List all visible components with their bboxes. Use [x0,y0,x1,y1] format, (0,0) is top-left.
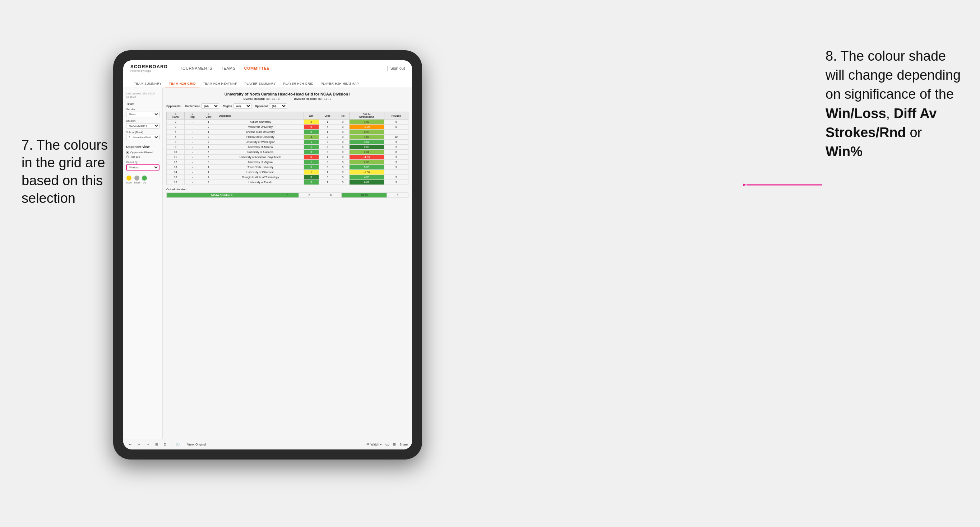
sub-nav: TEAM SUMMARY TEAM H2H GRID TEAM H2H HEAT… [123,76,412,88]
school-select[interactable]: 1. University of Nort... [126,135,159,140]
conference-filter-select[interactable]: (All) [201,103,219,109]
opponents-filter-label: Opponents: [166,105,181,108]
cell-loss: 1 [319,180,336,185]
cell-tie: 0 [336,160,350,165]
table-row: 3 2 Vanderbilt University 0 4 0 -2.29 8 [167,125,409,130]
division-select[interactable]: NCAA Division I [126,123,159,129]
cell-loss: 0 [319,150,336,155]
table-header-row: #Rank #Reg #Conf Opponent Win Loss Tie D… [167,112,409,119]
cell-rounds: 9 [384,180,408,185]
annotation-right-bold3: Win% [826,144,862,159]
subnav-player-h2h-grid[interactable]: PLAYER H2H GRID [280,80,317,88]
nav-signout[interactable]: Sign out [390,66,405,70]
toolbar-paste[interactable]: ⊡ [162,442,168,447]
subnav-player-h2h-heatmap[interactable]: PLAYER H2H HEATMAP [317,80,363,88]
radio-dot-top100 [126,156,129,158]
toolbar-clock[interactable]: 🕐 [174,442,181,447]
cell-win: 1 [304,160,319,165]
out-division-tie: 0 [320,193,342,198]
nav-tournaments[interactable]: TOURNAMENTS [180,65,212,72]
toolbar-view[interactable]: View: Original [187,443,206,446]
cell-diff: 2.28 [349,130,384,135]
radio-label-top100: Top 100 [130,155,140,158]
cell-rank: 8 [167,140,185,144]
cell-conf: 2 [200,135,217,140]
toolbar-share[interactable]: Share [399,443,408,446]
team-section-title: Team [126,102,159,106]
cell-diff: 4.50 [349,175,384,180]
cell-reg: - [185,155,200,160]
subnav-team-h2h-heatmap[interactable]: TEAM H2H HEATMAP [199,80,241,88]
cell-rounds: 9 [384,119,408,125]
nav-committee[interactable]: COMMITTEE [244,65,270,72]
left-panel: Last Updated: 27/03/202416:55:38 Team Ge… [123,88,163,439]
cell-loss: 4 [319,125,336,130]
region-filter-select[interactable]: (All) [234,103,251,109]
cell-rounds: 3 [384,160,408,165]
annotation-right: 8. The colour shade will change dependin… [826,47,962,161]
table-row: 15 - 4 Georgia Institute of Technology 5… [167,175,409,180]
toolbar-sep2 [184,442,184,447]
cell-conf: 2 [200,140,217,144]
cell-reg: - [185,170,200,175]
cell-win: 1 [304,170,319,175]
cell-rank: 10 [167,150,185,155]
cell-rounds: 2 [384,144,408,150]
table-row: 12 - 3 University of Virginia 1 0 0 2.33… [167,160,409,165]
cell-diff: 3.67 [349,140,384,144]
cell-win: 5 [304,175,319,180]
cell-loss: 0 [319,160,336,165]
nav-teams[interactable]: TEAMS [221,65,235,72]
toolbar-comment[interactable]: 💬 [385,443,390,446]
logo-subtext: Powered by clippd [130,70,169,72]
cell-rank: 11 [167,155,185,160]
cell-diff: -1.00 [349,170,384,175]
cell-win: 1 [304,144,319,150]
cell-reg: - [185,160,200,165]
cell-win: 3 [304,180,319,185]
legend-label-level: Level [134,181,140,184]
toolbar-watch[interactable]: 👁 Watch ▾ [366,443,382,446]
cell-tie: 0 [336,150,350,155]
timestamp: Last Updated: 27/03/202416:55:38 [126,92,159,98]
radio-top100[interactable]: Top 100 [126,155,159,158]
col-opponent: Opponent [217,112,304,119]
colour-by-select[interactable]: Win/loss [126,164,159,170]
cell-win: 1 [304,140,319,144]
cell-opponent: University of Arizona [217,144,304,150]
cell-tie: 0 [336,170,350,175]
region-filter-group: Region (All) [223,103,251,109]
opponent-filter-select[interactable]: (All) [269,103,287,109]
cell-conf: 6 [200,155,217,160]
cell-conf: 4 [200,175,217,180]
subnav-team-summary[interactable]: TEAM SUMMARY [130,80,165,88]
cell-rounds: 12 [384,135,408,140]
nav-bar: SCOREBOARD Powered by clippd TOURNAMENTS… [123,60,412,76]
division-record-value: 88 - 17 - 0 [318,97,331,100]
cell-diff: -4.33 [349,155,384,160]
col-rank: #Rank [167,112,185,119]
cell-win: 3 [304,165,319,170]
toolbar-undo[interactable]: ↩ [127,442,133,447]
subnav-player-summary[interactable]: PLAYER SUMMARY [241,80,280,88]
cell-loss: 1 [319,119,336,125]
table-row: 14 - 1 University of Oklahoma 1 1 0 -1.0… [167,170,409,175]
out-division-name: NCAA Division II [167,193,277,198]
arrow-right-annotation [743,176,822,194]
col-rounds: Rounds [384,112,408,119]
subnav-team-h2h-grid[interactable]: TEAM H2H GRID [165,80,199,88]
radio-opponents-played[interactable]: Opponents Played [126,151,159,154]
cell-conf: 1 [200,165,217,170]
toolbar-layout[interactable]: ⊞ [393,443,396,446]
cell-rounds: 9 [384,165,408,170]
out-division-diff: 26.00 [342,193,387,198]
toolbar-forward[interactable]: → [145,442,151,447]
gender-select[interactable]: Men's [126,112,159,117]
cell-rank: 12 [167,160,185,165]
overall-record: Overall Record: 89 - 17 - 0 [243,97,280,100]
toolbar-sep1 [171,442,171,447]
toolbar-redo[interactable]: ↪ [136,442,142,447]
division-record-label: Division Record: [294,97,317,100]
toolbar-copy[interactable]: ⊞ [154,442,159,447]
cell-rank: 16 [167,180,185,185]
